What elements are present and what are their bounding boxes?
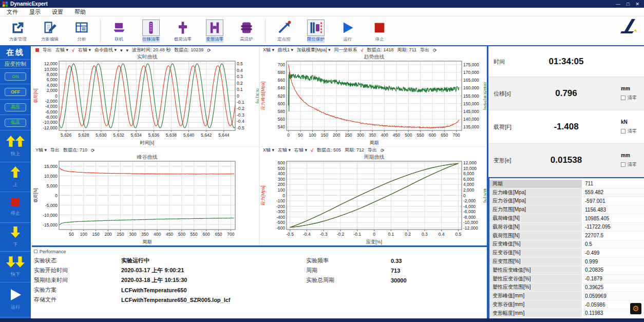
chart-header-item[interactable]: 命令曲线 ▾ (94, 47, 117, 53)
svg-text:5,644: 5,644 (218, 132, 230, 138)
chart-header-item[interactable]: 导出 (368, 147, 377, 154)
jog-double-down[interactable]: 快下 (0, 252, 31, 282)
svg-text:-6,000: -6,000 (45, 109, 58, 115)
svg-text:10,000: 10,000 (44, 174, 58, 179)
minimize-button[interactable]: — (616, 2, 620, 7)
sidebar-button-低压[interactable]: 低压 (5, 119, 26, 127)
svg-text:300: 300 (357, 132, 364, 138)
deform-zero-icon (206, 20, 223, 36)
jog-label: 运行 (11, 304, 20, 311)
chart-header-item[interactable]: 加载模量[Mpa] ▾ (297, 47, 331, 53)
toolbar-button-deform-zero[interactable]: 变形清零 (199, 20, 231, 43)
chart-header-item[interactable]: 同一坐标系 (334, 47, 357, 53)
jog-down[interactable]: 下 (0, 223, 31, 252)
chart-header-item[interactable]: 右轴 ▾ (78, 47, 91, 53)
jog-up[interactable]: 上 (0, 162, 31, 192)
menu-item-文件[interactable]: 文件 (1, 8, 24, 16)
chart-header-item[interactable]: 左轴 ▾ (278, 147, 291, 154)
menu-item-帮助[interactable]: 帮助 (69, 8, 91, 16)
svg-text:5,628: 5,628 (78, 132, 89, 138)
toolbar-button-disp-zero[interactable]: 位移清零 (135, 20, 167, 43)
jog-double-up[interactable]: 快上 (0, 130, 31, 162)
chart-header-item[interactable]: X轴 ▾ (263, 147, 274, 154)
chart-header-item[interactable]: 导出 (43, 47, 52, 53)
toolbar-button-plan-manage[interactable]: 方案管理 (2, 20, 34, 43)
performance-left-column: 实验状态实验运行中实验开始时间2020-03-17 上午 9:00:21预期结束… (34, 256, 231, 305)
sidebar-button-ON[interactable]: ON (5, 72, 26, 81)
toolbar-button-analysis[interactable]: 分析 (66, 20, 98, 43)
svg-text:-0.4: -0.4 (303, 232, 311, 237)
chart-header-item[interactable]: 曲线1 ▾ (278, 47, 293, 53)
clear-zero-checkbox[interactable] (621, 129, 626, 134)
svg-text:周期: 周期 (143, 239, 152, 244)
menu-item-设置[interactable]: 设置 (46, 8, 69, 16)
chart-plot-realtime[interactable]: 5,6265,6285,6305,6325,6345,6365,6385,640… (32, 53, 259, 146)
svg-text:5,630: 5,630 (96, 132, 107, 138)
clear-zero-checkbox[interactable] (621, 96, 626, 100)
toolbar-button-load-zero[interactable]: 载荷清零 (167, 20, 199, 43)
performance-label: 实验方案 (34, 286, 121, 294)
clear-zero-checkbox[interactable] (621, 162, 626, 167)
toolbar-button-stop[interactable]: 停止 (364, 20, 395, 43)
menu-item-显示[interactable]: 显示 (24, 8, 46, 16)
toolbar-button-run[interactable]: 运行 (332, 20, 364, 43)
chart-header-item: 数据点: 10239 (174, 47, 203, 53)
chart-header-item[interactable]: X轴 ▾ (263, 47, 274, 53)
axis-check-toggle[interactable]: √ (72, 48, 74, 53)
chart-header-item[interactable]: Y轴 ▾ (35, 147, 47, 154)
toolbar-button-limit-protect[interactable]: 限位保护 (300, 20, 332, 43)
svg-text:2,000: 2,000 (47, 88, 58, 93)
axis-check-toggle[interactable]: √ (311, 148, 313, 153)
toolbar-button-point-control[interactable]: 定点控 (268, 20, 300, 43)
chart-header-item[interactable]: 左轴 ▾ (55, 47, 68, 53)
chart-toolbar-cycle: X轴 ▾左轴 ▾右轴 ▾√数据点: 505周期: 712导出⟳ (260, 147, 486, 154)
performance-label: 实验总周期 (306, 276, 391, 284)
chart-plot-trend[interactable]: 0501001502002503003504004505005506006507… (260, 53, 486, 146)
settings-gear-icon[interactable]: ⚙ (630, 303, 641, 314)
jog-play[interactable]: 运行 (0, 282, 31, 317)
sidebar-jog-controls: 快上上停止下快下运行 (0, 130, 31, 317)
chart-plot-cycle[interactable]: -0.5-0.4-0.3-0.2-0.100.10.20.30.40.5-600… (260, 154, 486, 245)
chart-header-item[interactable]: 导出 (50, 147, 60, 154)
chart-header-item[interactable]: 右轴 ▾ (294, 147, 307, 154)
svg-text:5,626: 5,626 (61, 132, 72, 138)
svg-text:载荷[N]: 载荷[N] (483, 188, 486, 203)
refresh-icon[interactable]: ⟳ (381, 148, 385, 153)
svg-text:5,636: 5,636 (148, 132, 160, 138)
chart-plot-peak-valley[interactable]: 5010015020025030035040045050055060065070… (32, 154, 259, 245)
maximize-button[interactable]: □ (627, 2, 629, 7)
svg-text:400: 400 (154, 232, 161, 237)
svg-text:550: 550 (417, 132, 424, 138)
toolbar-button-furnace[interactable]: 高温炉 (231, 20, 262, 43)
toolbar-button-plan-edit[interactable]: 方案编辑 (34, 20, 66, 43)
clear-zero-control: 清零 (621, 128, 637, 135)
sidebar-button-OFF[interactable]: OFF (5, 88, 26, 96)
toolbar-button-connect[interactable]: 联机 (103, 20, 135, 43)
chart-header-item[interactable]: ▾ (120, 48, 123, 53)
close-button[interactable]: ✕ (635, 2, 639, 7)
refresh-icon[interactable]: ⟳ (91, 148, 95, 153)
svg-text:100: 100 (80, 232, 87, 237)
svg-text:140,000: 140,000 (463, 117, 479, 122)
jog-stop-square[interactable]: 停止 (0, 192, 31, 223)
toolbar-label: 方案管理 (9, 36, 27, 43)
svg-text:300: 300 (129, 232, 136, 237)
toolbar-label: 方案编辑 (41, 36, 59, 43)
refresh-icon[interactable]: ⟳ (207, 48, 211, 53)
svg-text:-0.3: -0.3 (320, 232, 328, 237)
svg-text:-0.5: -0.5 (286, 232, 294, 237)
refresh-icon[interactable]: ⟳ (433, 48, 437, 53)
sidebar-button-高压[interactable]: 高压 (5, 103, 26, 111)
axis-check-toggle[interactable]: √ (361, 48, 364, 53)
svg-text:50: 50 (298, 132, 303, 138)
readout-side: kN清零 (621, 119, 637, 135)
chart-header-item[interactable]: 导出 (420, 47, 429, 53)
performance-label: 实验开始时间 (34, 267, 121, 274)
svg-text:应变[%]: 应变[%] (366, 239, 382, 244)
plan-edit-icon (41, 20, 59, 36)
svg-text:实时曲线: 实时曲线 (137, 54, 158, 60)
chart-header-item[interactable]: ▾ (126, 48, 129, 53)
svg-text:100: 100 (278, 187, 285, 193)
sidebar-button-row: ON (0, 69, 31, 84)
svg-text:0: 0 (373, 232, 375, 237)
